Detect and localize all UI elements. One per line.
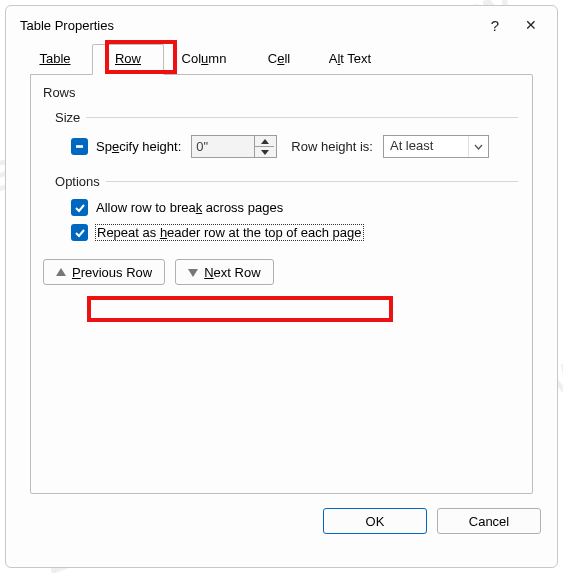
dialog-footer: OK Cancel <box>6 494 557 550</box>
help-button[interactable]: ? <box>477 11 513 39</box>
tab-row[interactable]: Row <box>92 44 164 75</box>
rows-group-label: Rows <box>41 83 522 104</box>
spinner-down-icon[interactable] <box>255 147 274 157</box>
titlebar: Table Properties ? ✕ <box>6 6 557 44</box>
allow-break-checkbox[interactable] <box>71 199 88 216</box>
options-section-label: Options <box>41 174 106 189</box>
repeat-header-checkbox[interactable] <box>71 224 88 241</box>
specify-height-checkbox[interactable] <box>71 138 88 155</box>
tab-cell[interactable]: Cell <box>244 44 314 74</box>
row-height-is-label: Row height is: <box>291 139 373 154</box>
specify-height-label: Specify height: <box>96 139 181 154</box>
repeat-header-label: Repeat as header row at the top of each … <box>96 225 363 240</box>
triangle-down-icon <box>188 268 198 277</box>
row-height-mode-value: At least <box>384 136 468 157</box>
svg-marker-4 <box>188 269 198 277</box>
chevron-down-icon[interactable] <box>468 136 488 157</box>
next-row-button[interactable]: Next Row <box>175 259 273 285</box>
svg-marker-1 <box>261 139 269 144</box>
previous-row-button[interactable]: Previous Row <box>43 259 165 285</box>
svg-rect-0 <box>76 145 83 148</box>
dialog-title: Table Properties <box>20 18 477 33</box>
row-height-mode-combo[interactable]: At least <box>383 135 489 158</box>
cancel-button[interactable]: Cancel <box>437 508 541 534</box>
allow-break-label: Allow row to break across pages <box>96 200 283 215</box>
close-button[interactable]: ✕ <box>513 11 549 39</box>
divider <box>106 181 518 182</box>
height-spinner[interactable] <box>191 135 277 158</box>
svg-marker-3 <box>56 268 66 276</box>
divider <box>86 117 518 118</box>
spinner-up-icon[interactable] <box>255 136 274 147</box>
ok-button[interactable]: OK <box>323 508 427 534</box>
tab-strip: Table Row Column Cell Alt Text <box>18 44 545 74</box>
tab-alt-text[interactable]: Alt Text <box>314 44 386 74</box>
svg-marker-2 <box>261 150 269 155</box>
dialog-table-properties: Table Properties ? ✕ Table Row Column Ce… <box>5 5 558 568</box>
tab-column[interactable]: Column <box>164 44 244 74</box>
tab-table[interactable]: Table <box>18 44 92 74</box>
triangle-up-icon <box>56 268 66 277</box>
height-input[interactable] <box>192 136 254 157</box>
size-section-label: Size <box>41 110 86 125</box>
